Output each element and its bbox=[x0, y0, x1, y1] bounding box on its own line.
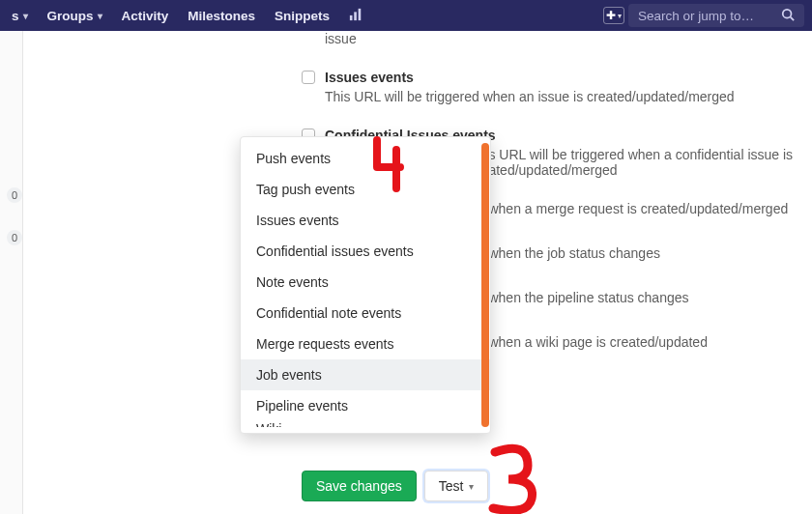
left-rail: 0 0 bbox=[0, 31, 23, 514]
svg-line-4 bbox=[791, 16, 795, 20]
nav-projects-label: s bbox=[12, 9, 19, 23]
dropdown-scrollbar[interactable] bbox=[481, 143, 489, 427]
trigger-desc: This URL will be triggered when a confid… bbox=[470, 147, 812, 178]
search-box[interactable] bbox=[628, 4, 804, 27]
nav-left: s ▾ Groups ▾ Activity Milestones Snippet… bbox=[4, 4, 370, 28]
nav-milestones[interactable]: Milestones bbox=[180, 5, 263, 27]
test-button-label: Test bbox=[439, 478, 464, 494]
test-dropdown-button[interactable]: Test ▾ bbox=[424, 471, 489, 501]
dropdown-item-issues-events[interactable]: Issues events bbox=[241, 205, 490, 236]
trigger-desc: This URL will be triggered when an issue… bbox=[325, 89, 812, 104]
trigger-desc: ed when the job status changes bbox=[470, 245, 812, 261]
rail-badge-1[interactable]: 0 bbox=[7, 187, 22, 203]
checkbox-issues-events[interactable] bbox=[302, 71, 315, 84]
dropdown-item-note-events[interactable]: Note events bbox=[241, 267, 490, 298]
dropdown-item-tag-push-events[interactable]: Tag push events bbox=[241, 174, 490, 205]
chevron-down-icon: ▾ bbox=[469, 481, 474, 492]
dropdown-item-confidential-note[interactable]: Confidential note events bbox=[241, 298, 490, 328]
trigger-desc: ed when the pipeline status changes bbox=[470, 290, 812, 305]
chevron-down-icon: ▾ bbox=[23, 11, 28, 21]
nav-activity-label: Activity bbox=[122, 9, 169, 23]
graph-icon bbox=[349, 8, 362, 24]
nav-snippets-label: Snippets bbox=[275, 9, 330, 23]
annotation-3 bbox=[479, 437, 547, 514]
dropdown-item-merge-requests[interactable]: Merge requests events bbox=[241, 328, 490, 359]
svg-rect-2 bbox=[359, 8, 362, 19]
trigger-label: Issues events bbox=[325, 70, 414, 85]
nav-right: ✚ ▾ bbox=[603, 4, 804, 27]
svg-rect-1 bbox=[354, 12, 357, 20]
nav-groups[interactable]: Groups ▾ bbox=[40, 5, 110, 27]
nav-graph[interactable] bbox=[341, 4, 370, 28]
trigger-desc: This URL will be triggered when someone … bbox=[325, 31, 812, 46]
svg-rect-0 bbox=[350, 14, 353, 19]
save-changes-button[interactable]: Save changes bbox=[302, 471, 417, 501]
dropdown-item-pipeline-events[interactable]: Pipeline events bbox=[241, 390, 490, 421]
chevron-down-icon: ▾ bbox=[98, 11, 102, 21]
new-menu-button[interactable]: ✚ ▾ bbox=[603, 7, 624, 24]
plus-icon: ✚ bbox=[606, 9, 616, 22]
top-navbar: s ▾ Groups ▾ Activity Milestones Snippet… bbox=[0, 0, 812, 31]
dropdown-item-confidential-issues[interactable]: Confidential issues events bbox=[241, 236, 490, 267]
content-area: This URL will be triggered when someone … bbox=[23, 31, 812, 514]
nav-activity[interactable]: Activity bbox=[114, 5, 177, 27]
search-input[interactable] bbox=[638, 9, 781, 23]
form-buttons: Save changes Test ▾ bbox=[302, 471, 488, 501]
chevron-down-icon: ▾ bbox=[618, 12, 622, 20]
nav-projects[interactable]: s ▾ bbox=[4, 5, 36, 27]
dropdown-item-wiki[interactable]: Wiki bbox=[241, 421, 490, 427]
trigger-row-issues: Issues events This URL will be triggered… bbox=[302, 70, 812, 104]
search-icon bbox=[781, 8, 795, 24]
nav-milestones-label: Milestones bbox=[188, 9, 255, 23]
svg-point-3 bbox=[783, 9, 792, 17]
dropdown-item-push-events[interactable]: Push events bbox=[241, 143, 490, 174]
rail-badge-2[interactable]: 0 bbox=[7, 230, 22, 245]
trigger-desc: ed when a merge request is created/updat… bbox=[470, 201, 812, 216]
save-button-label: Save changes bbox=[316, 478, 402, 494]
dropdown-item-job-events[interactable]: Job events bbox=[241, 359, 490, 390]
trigger-row-confidential-comments: This URL will be triggered when someone … bbox=[302, 31, 812, 46]
nav-groups-label: Groups bbox=[47, 9, 94, 23]
test-events-dropdown: Push events Tag push events Issues event… bbox=[240, 136, 491, 434]
trigger-desc: ed when a wiki page is created/updated bbox=[470, 334, 812, 350]
nav-snippets[interactable]: Snippets bbox=[267, 5, 337, 27]
